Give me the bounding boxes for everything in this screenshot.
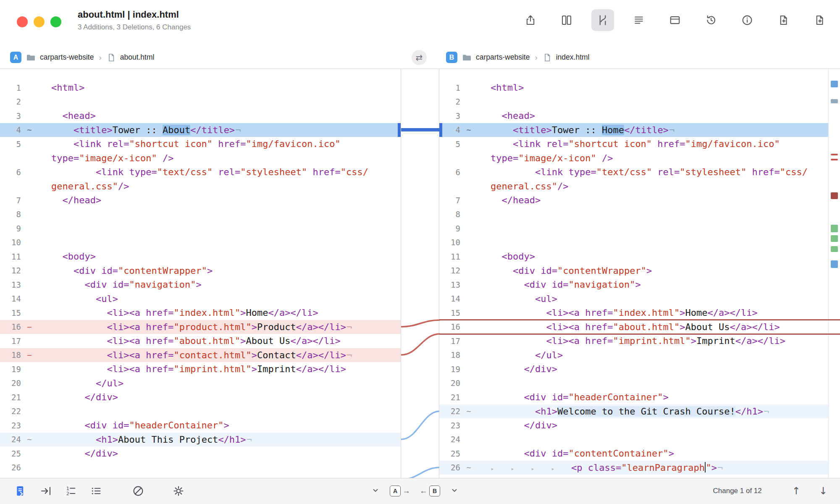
code-row[interactable]: 2 — [0, 95, 401, 109]
code-row[interactable]: 6 <link type="text/css" rel="stylesheet"… — [439, 165, 828, 179]
copy-a-to-b-button[interactable]: A → — [390, 486, 410, 496]
line-numbers-button[interactable]: 12 — [65, 485, 77, 497]
code-row[interactable]: 22~ <h1>Welcome to the Git Crash Course!… — [439, 404, 828, 419]
code-row[interactable]: 2 — [439, 95, 828, 109]
scrollmap-mark — [831, 225, 838, 232]
code-row[interactable]: 23 </div> — [439, 418, 828, 433]
ignore-whitespace-button[interactable] — [132, 485, 144, 497]
code-row[interactable]: 14 <ul> — [0, 292, 401, 306]
code-row[interactable]: 11 <body> — [0, 249, 401, 264]
code-row[interactable]: 19 </div> — [439, 362, 828, 376]
changeset-button[interactable] — [14, 485, 27, 497]
jump-to-change-button[interactable] — [39, 485, 52, 497]
code-row[interactable]: 20 </ul> — [0, 376, 401, 391]
code-row[interactable]: 1<html> — [0, 81, 401, 95]
code-row[interactable]: 18 </ul> — [439, 348, 828, 362]
code-row[interactable]: 5 <link rel="shortcut icon" href="img/fa… — [0, 137, 401, 151]
code-row[interactable]: 22 — [0, 404, 401, 419]
scrollmap-mark — [831, 260, 838, 268]
code-row[interactable]: general.css"/> — [0, 179, 401, 194]
history-button[interactable] — [700, 9, 722, 31]
previous-change-button[interactable]: ↑ — [792, 485, 801, 497]
add-document-a-button[interactable] — [772, 9, 795, 31]
code-row[interactable]: 19 <li><a href="imprint.html">Imprint</a… — [0, 362, 401, 376]
top-toolbar — [519, 8, 831, 32]
code-row[interactable]: 16− <li><a href="product.html">Product</… — [0, 320, 401, 334]
code-row[interactable]: 4~ <title>Tower :: About</title>¬ — [0, 123, 401, 137]
scrollmap-mark — [831, 99, 838, 103]
breadcrumb-file[interactable]: about.html — [120, 53, 155, 62]
definition-list-button[interactable] — [90, 485, 102, 497]
code-row[interactable]: 3 <head> — [0, 109, 401, 123]
code-row[interactable]: 15 <li><a href="index.html">Home</a></li… — [0, 306, 401, 320]
code-row[interactable]: 13 <div id="navigation"> — [439, 278, 828, 292]
code-row[interactable]: 7 </head> — [0, 193, 401, 207]
breadcrumb-file[interactable]: index.html — [556, 53, 590, 62]
code-row[interactable]: 3 <head> — [439, 109, 828, 123]
code-row[interactable]: 4~ <title>Tower :: Home</title>¬ — [439, 123, 828, 137]
arrow-right-icon: → — [402, 486, 410, 496]
change-scrollmap[interactable] — [828, 69, 840, 478]
swap-sides-button[interactable]: ⇄ — [412, 50, 427, 65]
merge-dropdown-left[interactable] — [370, 485, 381, 497]
code-row[interactable]: type="image/x-icon" /> — [439, 151, 828, 165]
code-row[interactable]: 11 <body> — [439, 249, 828, 264]
line-number: 14 — [439, 294, 460, 303]
code-row[interactable]: 9 — [0, 221, 401, 236]
share-button[interactable] — [519, 9, 542, 31]
breadcrumb-folder[interactable]: carparts-website — [40, 53, 94, 62]
close-button[interactable] — [17, 16, 28, 27]
zoom-button[interactable] — [50, 16, 61, 27]
code-row[interactable]: 9 — [439, 221, 828, 236]
code-row[interactable]: 12 <div id="contentWrapper"> — [0, 264, 401, 278]
code-row[interactable]: 17 <li><a href="about.html">About Us</a>… — [0, 334, 401, 348]
settings-button[interactable] — [172, 485, 185, 497]
layout-single-button[interactable] — [664, 9, 686, 31]
code-row[interactable]: 1<html> — [439, 81, 828, 95]
code-row[interactable]: 24 — [439, 433, 828, 447]
line-number: 17 — [439, 336, 460, 346]
code-row[interactable]: 7 </head> — [439, 193, 828, 207]
window-title: about.html | index.html — [78, 9, 191, 20]
layout-unified-button[interactable] — [627, 9, 650, 31]
merge-dropdown-right[interactable] — [449, 485, 459, 497]
copy-b-to-a-button[interactable]: ← B — [420, 486, 440, 496]
code-row[interactable]: 25 <div id="contentContainer"> — [439, 446, 828, 461]
next-change-button[interactable]: ↓ — [819, 485, 827, 497]
code-row[interactable]: type="image/x-icon" /> — [0, 151, 401, 165]
line-number: 5 — [0, 139, 21, 149]
code-row[interactable]: 10 — [0, 236, 401, 250]
code-row[interactable]: 17 <li><a href="imprint.html">Imprint</a… — [439, 334, 828, 348]
info-button[interactable] — [736, 9, 759, 31]
layout-columns-button[interactable] — [555, 9, 578, 31]
layout-fluid-button[interactable] — [591, 9, 614, 31]
code-row[interactable]: 16 <li><a href="about.html">About Us</a>… — [439, 320, 828, 334]
code-row[interactable]: general.css"/> — [439, 179, 828, 194]
code-text: <html> — [51, 82, 84, 93]
code-row[interactable]: 15 <li><a href="index.html">Home</a></li… — [439, 306, 828, 320]
code-row[interactable]: 14 <ul> — [439, 292, 828, 306]
code-row[interactable]: 12 <div id="contentWrapper"> — [439, 264, 828, 278]
code-row[interactable]: 26~▸▸▸▸<p class="learnParagraph">¬ — [439, 461, 828, 475]
code-row[interactable]: 6 <link type="text/css" rel="stylesheet"… — [0, 165, 401, 179]
code-row[interactable]: 20 — [439, 376, 828, 391]
code-row[interactable]: 18− <li><a href="contact.html">Contact</… — [0, 348, 401, 362]
code-row[interactable]: 21 </div> — [0, 390, 401, 404]
code-row[interactable]: 24~ <h1>About This Project</h1>¬ — [0, 433, 401, 447]
code-row[interactable]: 8 — [439, 207, 828, 222]
code-row[interactable]: 10 — [439, 236, 828, 250]
code-row[interactable]: 8 — [0, 207, 401, 222]
code-text: </head> — [51, 195, 101, 205]
code-row[interactable]: 13 <div id="navigation"> — [0, 278, 401, 292]
code-row[interactable]: 26 — [0, 461, 401, 475]
line-number: 4 — [0, 125, 21, 134]
code-row[interactable]: 21 <div id="headerContainer"> — [439, 390, 828, 404]
code-row[interactable]: 5 <link rel="shortcut icon" href="img/fa… — [439, 137, 828, 151]
line-number: 16 — [0, 322, 21, 331]
line-number: 20 — [0, 378, 21, 388]
minimize-button[interactable] — [34, 16, 45, 27]
code-row[interactable]: 23 <div id="headerContainer"> — [0, 418, 401, 433]
breadcrumb-folder[interactable]: carparts-website — [476, 53, 530, 62]
add-document-b-button[interactable] — [808, 9, 831, 31]
code-row[interactable]: 25 </div> — [0, 446, 401, 461]
